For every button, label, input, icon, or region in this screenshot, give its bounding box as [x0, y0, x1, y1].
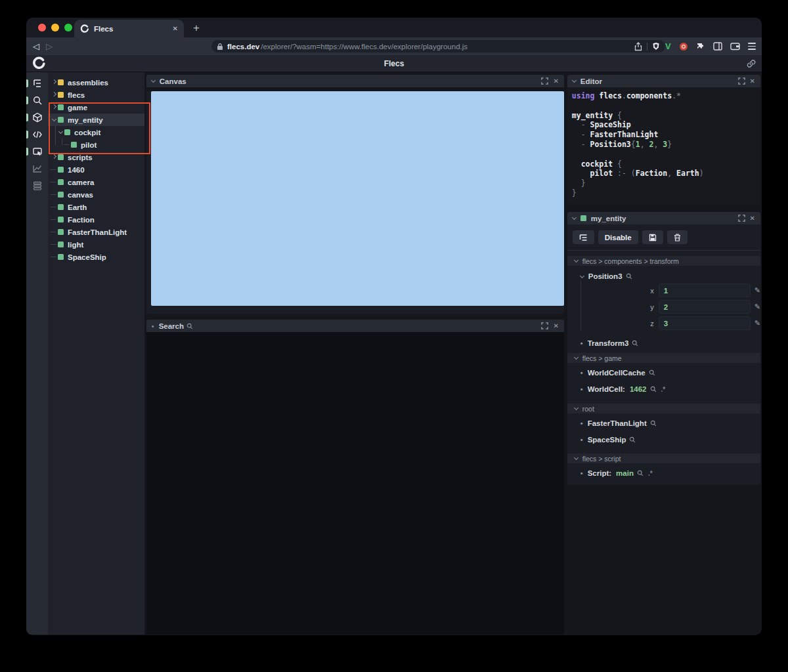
sidebar-item-code[interactable] [26, 129, 48, 140]
fullscreen-icon[interactable] [541, 322, 548, 329]
magnifier-icon[interactable] [626, 273, 632, 280]
active-pill [26, 148, 28, 156]
code-editor[interactable]: using flecs.components.* my_entity { - S… [567, 87, 760, 204]
close-panel-icon[interactable]: ✕ [750, 215, 755, 222]
component-position3[interactable]: Position3 [567, 272, 760, 280]
browser-menu-icon[interactable] [748, 43, 756, 49]
chevron-down-icon[interactable] [572, 78, 577, 83]
tree-item-flecs[interactable]: flecs [48, 89, 144, 101]
save-button[interactable] [642, 230, 663, 244]
chevron-down-icon[interactable] [52, 117, 56, 121]
component-spaceship[interactable]: • SpaceShip [567, 436, 760, 444]
tree-item-1460[interactable]: 1460 [48, 163, 144, 176]
chevron-down-icon[interactable] [58, 129, 63, 134]
sidebar-item-tree[interactable] [26, 78, 48, 89]
tree-view-button[interactable] [573, 230, 594, 244]
extensions-puzzle-icon[interactable] [696, 42, 705, 51]
sidebar-item-queries[interactable] [26, 180, 48, 191]
vue-devtools-icon[interactable]: V [665, 41, 671, 51]
tree-item-pilot[interactable]: pilot [48, 138, 144, 151]
chevron-right-icon[interactable] [52, 79, 56, 84]
tree-item-game[interactable]: game [48, 101, 144, 114]
search-panel: • Search ✕ [146, 320, 564, 635]
sidebar-item-entities[interactable] [26, 112, 48, 123]
fullscreen-icon[interactable] [541, 77, 548, 85]
url-bar[interactable]: flecs.dev /explorer/?wasm=https://www.fl… [211, 40, 665, 52]
y-value-input[interactable]: 2 [659, 300, 751, 314]
component-fasterthanlight[interactable]: • FasterThanLight [567, 419, 760, 427]
tree-item-light[interactable]: light [48, 238, 144, 251]
chevron-down-icon[interactable] [580, 273, 584, 278]
edit-pencil-icon[interactable]: ✎ [755, 286, 760, 295]
section-header-script[interactable]: flecs > script [567, 453, 760, 463]
sidebar-item-search[interactable] [26, 95, 48, 106]
component-worldcell[interactable]: • WorldCell: 1462 .* [567, 385, 760, 393]
fullscreen-icon[interactable] [738, 77, 745, 85]
brave-shield-icon[interactable] [652, 42, 660, 51]
tree-item-scripts[interactable]: scripts [48, 151, 144, 163]
chevron-down-icon [574, 258, 579, 262]
tree-item-canvas[interactable]: canvas [48, 188, 144, 201]
chevron-right-icon[interactable] [52, 92, 56, 96]
magnifier-icon[interactable] [650, 420, 657, 427]
close-panel-icon[interactable]: ✕ [553, 323, 558, 329]
component-worldcellcache[interactable]: • WorldCellCache [567, 369, 760, 377]
component-value: main [616, 469, 634, 477]
sidebar-item-stats[interactable] [26, 163, 48, 174]
tree-item-assemblies[interactable]: assemblies [48, 76, 144, 89]
magnifier-icon[interactable] [632, 340, 638, 346]
close-window-button[interactable] [38, 24, 46, 32]
panel-title: my_entity [591, 215, 626, 222]
entity-square-icon [58, 167, 64, 173]
share-icon[interactable] [634, 42, 642, 51]
component-transform3[interactable]: • Transform3 [567, 339, 760, 347]
sidebar-item-canvas[interactable] [26, 146, 48, 157]
tree-item-label: scripts [68, 154, 93, 161]
wallet-icon[interactable] [730, 42, 740, 51]
chevron-right-icon[interactable] [52, 104, 56, 109]
magnifier-icon[interactable] [186, 323, 193, 329]
back-button[interactable]: ◁ [33, 42, 39, 51]
code-icon [32, 129, 43, 140]
section-header-root[interactable]: root [567, 404, 760, 413]
sidebar-toggle-icon[interactable] [713, 42, 722, 51]
browser-tab[interactable]: Flecs ✕ [74, 20, 184, 37]
disable-button[interactable]: Disable [598, 230, 638, 244]
search-panel-body[interactable] [146, 332, 564, 635]
magnifier-icon[interactable] [637, 470, 644, 476]
tree-item-my-entity[interactable]: my_entity [48, 114, 144, 126]
magnifier-icon[interactable] [649, 369, 655, 376]
tree-item-earth[interactable]: Earth [48, 201, 144, 213]
tab-close-icon[interactable]: ✕ [173, 25, 178, 32]
section-header-transform[interactable]: flecs > components > transform [567, 256, 760, 266]
chevron-right-icon[interactable] [52, 154, 56, 159]
tree-item-spaceship[interactable]: SpaceShip [48, 251, 144, 263]
component-script[interactable]: • Script: main .* [567, 469, 760, 477]
z-value-input[interactable]: 3 [659, 316, 751, 330]
close-panel-icon[interactable]: ✕ [553, 78, 558, 85]
magnifier-icon[interactable] [629, 436, 636, 443]
section-header-game[interactable]: flecs > game [567, 353, 760, 363]
fullscreen-icon[interactable] [738, 215, 745, 222]
zoom-window-button[interactable] [64, 24, 72, 32]
magnifier-icon[interactable] [650, 386, 657, 392]
minimize-window-button[interactable] [51, 24, 59, 32]
chevron-down-icon[interactable] [151, 78, 156, 83]
entity-square-icon [58, 254, 64, 260]
active-pill [26, 96, 28, 104]
divider [647, 43, 647, 51]
tree-item-camera[interactable]: camera [48, 176, 144, 188]
adblock-badge-icon[interactable] [679, 42, 688, 51]
chevron-down-icon[interactable] [572, 215, 577, 220]
close-panel-icon[interactable]: ✕ [750, 78, 755, 85]
tree-item-fasterthanlight[interactable]: FasterThanLight [48, 226, 144, 238]
x-value-input[interactable]: 1 [659, 284, 751, 297]
tree-item-cockpit[interactable]: cockpit [48, 126, 144, 138]
delete-button[interactable] [667, 230, 688, 244]
edit-pencil-icon[interactable]: ✎ [755, 319, 760, 327]
edit-pencil-icon[interactable]: ✎ [755, 303, 760, 311]
bullet-icon: • [580, 436, 583, 444]
new-tab-button[interactable]: + [193, 22, 200, 35]
render-canvas[interactable] [151, 91, 564, 306]
tree-item-faction[interactable]: Faction [48, 213, 144, 226]
